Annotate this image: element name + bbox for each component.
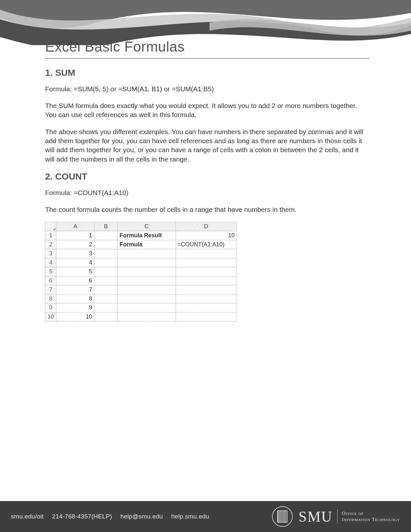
cell-B	[94, 312, 118, 321]
table-row: 1010	[45, 312, 237, 321]
row-header: 2	[45, 240, 56, 249]
sum-paragraph-1: The SUM formula does exactly what you wo…	[45, 101, 369, 120]
row-header: 4	[45, 258, 56, 267]
table-row: 11Formula Result10	[45, 231, 237, 240]
cell-A: 7	[56, 285, 94, 294]
table-row: 22Formula=COUNT(A1:A10)	[45, 240, 237, 249]
smu-wordmark-block: SMU Office of Information Technology	[298, 508, 400, 525]
cell-C	[118, 258, 176, 267]
section-heading-sum: 1. SUM	[45, 68, 369, 78]
sum-formula-line: Formula: =SUM(5, 5) or =SUM(A1, B1) or =…	[45, 85, 369, 93]
spreadsheet-corner	[45, 222, 56, 231]
smu-subtitle-line2: Information Technology	[342, 517, 400, 523]
cell-B	[94, 267, 118, 276]
cell-B	[94, 240, 118, 249]
cell-C	[118, 285, 176, 294]
smu-divider	[337, 509, 338, 524]
cell-C: Formula Result	[118, 231, 176, 240]
count-formula-line: Formula: =COUNT(A1:A10)	[45, 189, 369, 197]
table-row: 44	[45, 258, 237, 267]
table-row: 88	[45, 294, 237, 303]
cell-B	[94, 285, 118, 294]
table-row: 33	[45, 249, 237, 258]
cell-D: 10	[176, 231, 237, 240]
smu-seal-icon	[272, 506, 293, 527]
cell-D	[176, 294, 237, 303]
col-header-B: B	[94, 222, 118, 231]
table-row: 77	[45, 285, 237, 294]
cell-A: 5	[56, 267, 94, 276]
cell-D	[176, 276, 237, 285]
row-header: 8	[45, 294, 56, 303]
count-paragraph-1: The count formula counts the number of c…	[45, 205, 369, 214]
cell-B	[94, 276, 118, 285]
footer-email: help@smu.edu	[121, 513, 163, 520]
spreadsheet-header-row: A B C D	[45, 222, 237, 231]
cell-B	[94, 303, 118, 312]
cell-D	[176, 303, 237, 312]
footer-phone: 214-768-4357(HELP)	[52, 513, 112, 520]
cell-B	[94, 258, 118, 267]
sum-paragraph-2: The above shows you different examples. …	[45, 127, 369, 164]
spreadsheet-example: A B C D 11Formula Result1022Formula=COUN…	[45, 222, 237, 321]
cell-A: 6	[56, 276, 94, 285]
cell-A: 4	[56, 258, 94, 267]
cell-B	[94, 249, 118, 258]
row-header: 9	[45, 303, 56, 312]
row-header: 7	[45, 285, 56, 294]
col-header-C: C	[118, 222, 176, 231]
smu-subtitle-line1: Office of	[342, 510, 400, 517]
footer-contact-block: smu.edu/oit 214-768-4357(HELP) help@smu.…	[11, 513, 209, 520]
cell-C: Formula	[118, 240, 176, 249]
footer-help-site: help.smu.edu	[171, 513, 209, 520]
cell-D	[176, 249, 237, 258]
cell-D	[176, 267, 237, 276]
section-heading-count: 2. COUNT	[45, 172, 369, 182]
smu-wordmark: SMU	[298, 508, 333, 525]
smu-subtitle: Office of Information Technology	[342, 510, 400, 523]
cell-D: =COUNT(A1:A10)	[176, 240, 237, 249]
cell-C	[118, 303, 176, 312]
cell-C	[118, 294, 176, 303]
document-content: Excel Basic Formulas 1. SUM Formula: =SU…	[45, 39, 369, 321]
page: Excel Basic Formulas 1. SUM Formula: =SU…	[0, 0, 411, 532]
footer-link-oit: smu.edu/oit	[11, 513, 44, 520]
row-header: 10	[45, 312, 56, 321]
cell-A: 3	[56, 249, 94, 258]
row-header: 5	[45, 267, 56, 276]
waves-svg	[0, 0, 411, 45]
table-row: 55	[45, 267, 237, 276]
seal-columns-icon	[277, 510, 288, 523]
col-header-A: A	[56, 222, 94, 231]
cell-A: 9	[56, 303, 94, 312]
document-title: Excel Basic Formulas	[45, 39, 369, 55]
cell-B	[94, 294, 118, 303]
cell-D	[176, 258, 237, 267]
cell-C	[118, 267, 176, 276]
title-divider	[45, 58, 369, 59]
footer-brand-block: SMU Office of Information Technology	[272, 506, 400, 527]
table-row: 66	[45, 276, 237, 285]
cell-A: 1	[56, 231, 94, 240]
cell-C	[118, 312, 176, 321]
cell-A: 2	[56, 240, 94, 249]
page-footer: smu.edu/oit 214-768-4357(HELP) help@smu.…	[0, 501, 411, 532]
cell-C	[118, 276, 176, 285]
cell-A: 10	[56, 312, 94, 321]
cell-D	[176, 285, 237, 294]
col-header-D: D	[176, 222, 237, 231]
cell-A: 8	[56, 294, 94, 303]
cell-B	[94, 231, 118, 240]
row-header: 3	[45, 249, 56, 258]
cell-C	[118, 249, 176, 258]
header-waves-decoration	[0, 0, 411, 45]
cell-D	[176, 312, 237, 321]
row-header: 6	[45, 276, 56, 285]
table-row: 99	[45, 303, 237, 312]
row-header: 1	[45, 231, 56, 240]
